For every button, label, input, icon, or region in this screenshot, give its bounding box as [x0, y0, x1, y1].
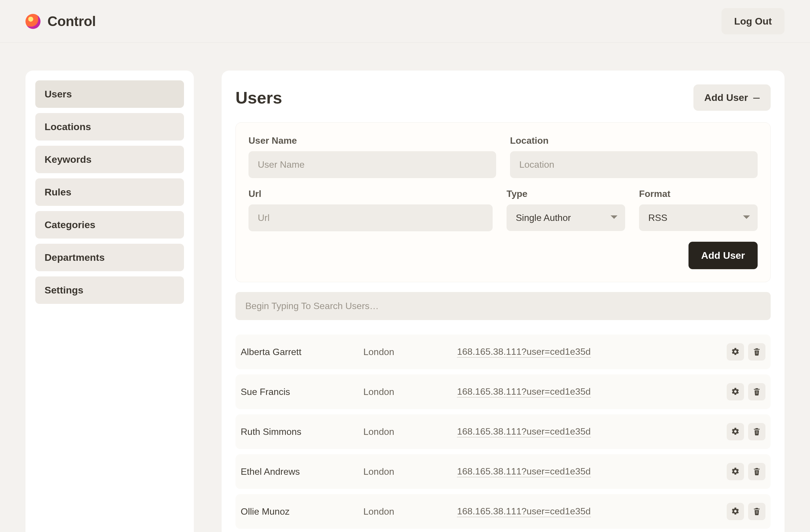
brand: Control	[26, 13, 96, 29]
sidebar-item-rules[interactable]: Rules	[35, 178, 184, 206]
sidebar-item-departments[interactable]: Departments	[35, 244, 184, 271]
user-url-link[interactable]: 168.165.38.111?user=ced1e35d	[457, 346, 591, 358]
logout-button[interactable]: Log Out	[722, 8, 784, 34]
user-location: London	[363, 427, 456, 437]
field-type: Type Single Author	[506, 188, 625, 231]
row-actions	[727, 343, 765, 361]
user-location: London	[363, 347, 456, 358]
page-layout: UsersLocationsKeywordsRulesCategoriesDep…	[0, 43, 810, 532]
gear-icon	[731, 467, 740, 477]
select-type[interactable]: Single Author	[506, 204, 625, 231]
main-header: Users Add User –	[236, 84, 771, 111]
user-row: Ethel AndrewsLondon168.165.38.111?user=c…	[236, 454, 771, 489]
gear-icon	[731, 507, 740, 516]
label-type: Type	[506, 188, 625, 199]
user-name: Alberta Garrett	[241, 347, 362, 358]
settings-button[interactable]	[727, 383, 744, 400]
gear-icon	[731, 427, 740, 437]
trash-icon	[752, 507, 761, 516]
sidebar-item-locations[interactable]: Locations	[35, 113, 184, 140]
add-user-toggle-button[interactable]: Add User –	[693, 84, 771, 111]
main-panel: Users Add User – User Name Location	[222, 70, 784, 532]
settings-button[interactable]	[727, 463, 744, 480]
search-wrap	[236, 292, 771, 320]
user-name: Ollie Munoz	[241, 506, 362, 517]
label-user-name: User Name	[248, 135, 496, 146]
field-format: Format RSS	[639, 188, 758, 231]
brand-name: Control	[47, 13, 96, 29]
user-name: Ruth Simmons	[241, 427, 362, 437]
brand-logo-icon	[26, 14, 40, 29]
field-user-name: User Name	[248, 135, 496, 178]
input-location[interactable]	[510, 151, 758, 178]
user-row: Ollie MunozLondon168.165.38.111?user=ced…	[236, 494, 771, 529]
add-user-toggle-label: Add User	[704, 92, 748, 103]
user-name: Ethel Andrews	[241, 466, 362, 477]
row-actions	[727, 383, 765, 400]
settings-button[interactable]	[727, 503, 744, 520]
search-users-input[interactable]	[236, 292, 771, 320]
label-url: Url	[248, 188, 493, 199]
gear-icon	[731, 387, 740, 397]
top-bar: Control Log Out	[0, 0, 810, 43]
sidebar-item-settings[interactable]: Settings	[35, 277, 184, 304]
input-user-name[interactable]	[248, 151, 496, 178]
user-list: Alberta GarrettLondon168.165.38.111?user…	[236, 334, 771, 532]
sidebar-item-keywords[interactable]: Keywords	[35, 146, 184, 173]
user-url-link[interactable]: 168.165.38.111?user=ced1e35d	[457, 506, 591, 517]
delete-button[interactable]	[748, 383, 765, 400]
add-user-form: User Name Location Url Type Single Autho…	[236, 122, 771, 282]
settings-button[interactable]	[727, 343, 744, 361]
sidebar: UsersLocationsKeywordsRulesCategoriesDep…	[26, 70, 194, 532]
settings-button[interactable]	[727, 423, 744, 440]
trash-icon	[752, 467, 761, 477]
submit-add-user-button[interactable]: Add User	[688, 242, 758, 269]
select-format[interactable]: RSS	[639, 204, 758, 231]
delete-button[interactable]	[748, 423, 765, 440]
user-location: London	[363, 386, 456, 397]
trash-icon	[752, 387, 761, 397]
delete-button[interactable]	[748, 503, 765, 520]
trash-icon	[752, 427, 761, 437]
user-location: London	[363, 506, 456, 517]
delete-button[interactable]	[748, 463, 765, 480]
gear-icon	[731, 347, 740, 357]
user-name: Sue Francis	[241, 386, 362, 397]
user-row: Sue FrancisLondon168.165.38.111?user=ced…	[236, 375, 771, 409]
page-title: Users	[236, 88, 282, 107]
trash-icon	[752, 347, 761, 357]
input-url[interactable]	[248, 204, 493, 231]
row-actions	[727, 423, 765, 440]
row-actions	[727, 503, 765, 520]
user-location: London	[363, 466, 456, 477]
user-row: Alberta GarrettLondon168.165.38.111?user…	[236, 334, 771, 369]
sidebar-item-categories[interactable]: Categories	[35, 211, 184, 238]
sidebar-item-users[interactable]: Users	[35, 80, 184, 108]
field-location: Location	[510, 135, 758, 178]
user-url-link[interactable]: 168.165.38.111?user=ced1e35d	[457, 386, 591, 398]
user-url-link[interactable]: 168.165.38.111?user=ced1e35d	[457, 426, 591, 437]
label-location: Location	[510, 135, 758, 146]
user-url-link[interactable]: 168.165.38.111?user=ced1e35d	[457, 466, 591, 477]
user-row: Ruth SimmonsLondon168.165.38.111?user=ce…	[236, 414, 771, 449]
field-url: Url	[248, 188, 493, 231]
delete-button[interactable]	[748, 343, 765, 361]
label-format: Format	[639, 188, 758, 199]
row-actions	[727, 463, 765, 480]
